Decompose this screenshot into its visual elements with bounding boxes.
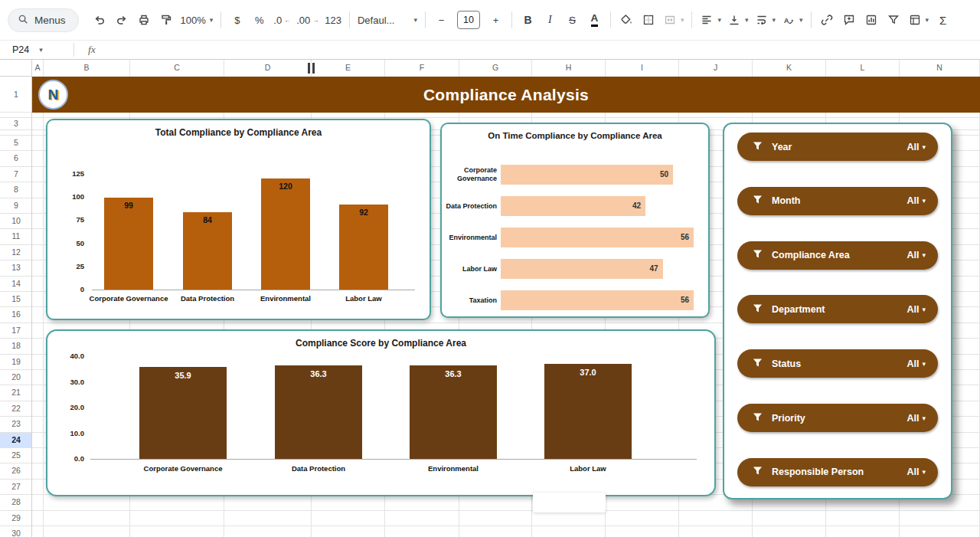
row-header-17[interactable]: 17 (0, 323, 32, 339)
print-button[interactable] (134, 9, 155, 31)
row-header-hidden[interactable] (0, 130, 32, 136)
bar-value-label: 36.3 (275, 369, 362, 378)
column-header-G[interactable]: G (459, 60, 532, 77)
chart-on-time-compliance[interactable]: On Time Compliance by Compliance Area Co… (440, 123, 710, 318)
vertical-align-button[interactable]: ▾ (725, 9, 751, 31)
column-header-H[interactable]: H (532, 60, 606, 77)
insert-comment-button[interactable] (839, 9, 860, 31)
row-header-11[interactable]: 11 (0, 229, 32, 244)
row-header-5[interactable]: 5 (0, 136, 32, 151)
column-header-A[interactable]: A (32, 60, 44, 77)
text-wrap-button[interactable]: ▾ (753, 9, 779, 31)
row-header-19[interactable]: 19 (0, 355, 32, 370)
functions-button[interactable]: Σ (933, 9, 953, 31)
row-header-3[interactable]: 3 (0, 118, 32, 130)
row-header-9[interactable]: 9 (0, 198, 32, 214)
name-box[interactable]: P24 ▾ (0, 44, 74, 55)
slicer-value-dropdown[interactable]: All▾ (906, 467, 926, 477)
row-header-23[interactable]: 23 (0, 417, 32, 432)
row-header-hidden[interactable] (0, 113, 32, 118)
font-select[interactable]: Defaul...▾ (355, 9, 420, 31)
row-header-30[interactable]: 30 (0, 526, 32, 537)
slicer-value-dropdown[interactable]: All▾ (906, 359, 926, 369)
row-header-6[interactable]: 6 (0, 151, 32, 166)
row-header-27[interactable]: 27 (0, 480, 32, 495)
slicer-month[interactable]: MonthAll▾ (737, 187, 938, 215)
row-header-20[interactable]: 20 (0, 370, 32, 385)
column-header-K[interactable]: K (753, 60, 826, 77)
insert-link-button[interactable] (817, 9, 838, 31)
slicer-compliance-area[interactable]: Compliance AreaAll▾ (737, 241, 938, 270)
row-header-1[interactable]: 1 (0, 77, 32, 113)
main-toolbar: Menus 100%▾ $ % .0← .00→ 123 Defaul...▾ … (0, 0, 980, 40)
decrease-font-size-button[interactable]: − (431, 9, 452, 31)
column-header-I[interactable]: I (606, 60, 679, 77)
text-rotation-button[interactable]: A▾ (779, 9, 805, 31)
slicer-priority[interactable]: PriorityAll▾ (737, 404, 938, 432)
chart-total-compliance[interactable]: Total Compliance by Compliance Area 0255… (46, 119, 431, 320)
sheet-grid[interactable]: N Compliance Analysis Total Compliance b… (32, 77, 980, 537)
row-header-28[interactable]: 28 (0, 495, 32, 510)
font-size-input[interactable]: 10 (457, 11, 480, 29)
row-header-13[interactable]: 13 (0, 260, 32, 276)
number-format-button[interactable]: 123 (322, 9, 344, 31)
text-color-button[interactable]: A (584, 9, 605, 31)
row-header-10[interactable]: 10 (0, 214, 32, 229)
row-header-7[interactable]: 7 (0, 167, 32, 182)
horizontal-align-button[interactable]: ▾ (697, 9, 724, 31)
row-header-25[interactable]: 25 (0, 448, 32, 463)
row-header-15[interactable]: 15 (0, 292, 32, 307)
row-header-22[interactable]: 22 (0, 401, 32, 417)
slicer-department[interactable]: DepartmentAll▾ (737, 295, 938, 323)
slicer-responsible-person[interactable]: Responsible PersonAll▾ (737, 458, 938, 486)
insert-chart-button[interactable] (861, 9, 882, 31)
redo-button[interactable] (112, 9, 132, 31)
zoom-select[interactable]: 100%▾ (178, 9, 216, 31)
slicer-value-dropdown[interactable]: All▾ (906, 413, 926, 424)
bold-button[interactable]: B (518, 9, 538, 31)
currency-format-button[interactable]: $ (227, 9, 247, 31)
italic-button[interactable]: I (540, 9, 560, 31)
row-header-24[interactable]: 24 (0, 433, 32, 448)
row-header-26[interactable]: 26 (0, 463, 32, 479)
merge-cells-button[interactable]: ▾ (661, 9, 687, 31)
row-header-8[interactable]: 8 (0, 182, 32, 198)
slicer-value-dropdown[interactable]: All▾ (906, 142, 926, 152)
column-header-E[interactable]: E (312, 60, 385, 77)
slicer-value-dropdown[interactable]: All▾ (906, 304, 926, 315)
borders-button[interactable] (639, 9, 659, 31)
menus-button[interactable]: Menus (8, 8, 79, 32)
slicer-status[interactable]: StatusAll▾ (737, 349, 938, 378)
slicer-value-dropdown[interactable]: All▾ (906, 195, 926, 206)
slicer-year[interactable]: YearAll▾ (737, 133, 938, 161)
column-header-N[interactable]: N (900, 60, 980, 77)
select-all-corner[interactable] (0, 60, 32, 77)
slicer-value-dropdown[interactable]: All▾ (906, 250, 926, 260)
column-header-B[interactable]: B (44, 60, 130, 77)
formula-bar-divider (74, 43, 74, 57)
hidden-column-indicator[interactable] (305, 63, 318, 74)
chart-compliance-score[interactable]: Compliance Score by Compliance Area 0.01… (46, 329, 716, 496)
create-filter-button[interactable] (884, 9, 904, 31)
column-header-F[interactable]: F (385, 60, 459, 77)
column-header-L[interactable]: L (826, 60, 900, 77)
paint-format-button[interactable] (156, 9, 177, 31)
column-header-D[interactable]: D (224, 60, 312, 77)
increase-font-size-button[interactable]: + (485, 9, 506, 31)
undo-button[interactable] (90, 9, 110, 31)
row-header-29[interactable]: 29 (0, 511, 32, 526)
row-header-12[interactable]: 12 (0, 245, 32, 260)
column-header-C[interactable]: C (130, 60, 224, 77)
row-header-14[interactable]: 14 (0, 277, 32, 292)
formula-input[interactable] (106, 41, 980, 59)
increase-decimal-button[interactable]: .00→ (294, 9, 321, 31)
percent-format-button[interactable]: % (249, 9, 270, 31)
row-header-16[interactable]: 16 (0, 307, 32, 323)
fill-color-button[interactable] (616, 9, 637, 31)
column-header-J[interactable]: J (679, 60, 753, 77)
table-views-button[interactable]: ▾ (906, 9, 932, 31)
row-header-18[interactable]: 18 (0, 339, 32, 354)
strikethrough-button[interactable]: S (562, 9, 583, 31)
row-header-21[interactable]: 21 (0, 385, 32, 401)
decrease-decimal-button[interactable]: .0← (271, 9, 292, 31)
